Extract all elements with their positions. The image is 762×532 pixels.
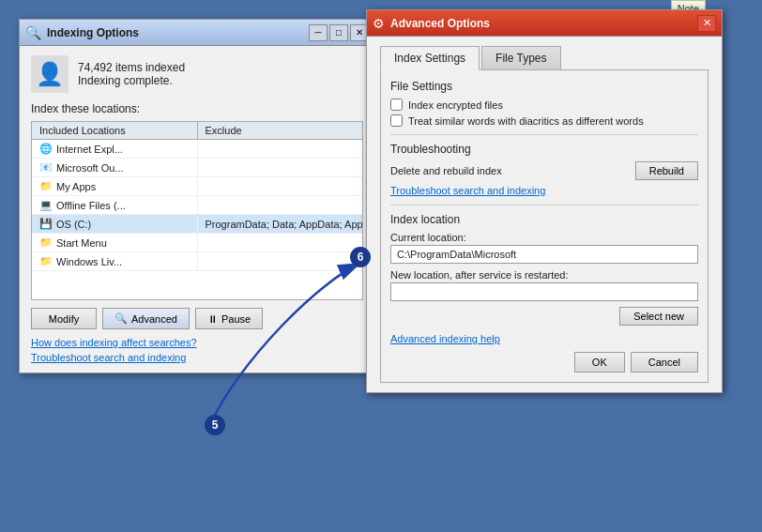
table-cell-name: 🌐Internet Expl...: [32, 140, 198, 158]
table-row[interactable]: 💻Offline Files (...: [32, 196, 362, 215]
status-section: 👤 74,492 items indexed Indexing complete…: [31, 55, 363, 93]
treat-similar-checkbox[interactable]: [390, 114, 403, 127]
troubleshoot-search-link[interactable]: Troubleshoot search and indexing: [390, 185, 545, 196]
table-cell-exclude: [198, 196, 363, 214]
treat-similar-row: Treat similar words with diacritics as d…: [390, 114, 698, 127]
indexing-icon: 🔍: [25, 25, 41, 40]
locations-table: Included Locations Exclude 🌐Internet Exp…: [31, 121, 363, 300]
pause-icon: ⏸: [207, 313, 218, 325]
index-location-label: Index location: [390, 213, 698, 226]
select-new-button[interactable]: Select new: [619, 307, 698, 326]
index-locations-label: Index these locations:: [31, 102, 363, 115]
table-cell-exclude: ProgramData; Data; AppData; AppData; ...: [198, 215, 363, 233]
table-header: Included Locations Exclude: [32, 122, 362, 140]
advanced-options-title: Advanced Options: [390, 17, 490, 30]
divider1: [390, 134, 698, 135]
ok-cancel-row: OK Cancel: [390, 352, 698, 372]
pause-button[interactable]: ⏸ Pause: [195, 308, 263, 329]
troubleshooting-label: Troubleshooting: [390, 143, 698, 156]
current-location-label: Current location:: [390, 232, 698, 243]
indexing-options-window: 🔍 Indexing Options ─ □ ✕ 👤 74,492 items …: [19, 19, 375, 373]
index-encrypted-checkbox[interactable]: [390, 99, 403, 111]
cancel-button[interactable]: Cancel: [631, 352, 698, 372]
tab-file-types[interactable]: File Types: [481, 46, 560, 69]
table-body[interactable]: 🌐Internet Expl... 📧Microsoft Ou... 📁My A…: [32, 140, 362, 299]
table-cell-name: 📁Windows Liv...: [32, 252, 198, 270]
table-cell-exclude: [198, 159, 363, 176]
table-row[interactable]: 📁Start Menu: [32, 234, 362, 252]
bottom-buttons: Modify 🔍 Advanced ⏸ Pause: [31, 308, 363, 329]
indexing-complete: Indexing complete.: [78, 74, 185, 87]
table-row[interactable]: 📧Microsoft Ou...: [32, 159, 362, 177]
delete-rebuild-label: Delete and rebuild index: [390, 165, 502, 176]
advanced-button[interactable]: 🔍 Advanced: [102, 308, 190, 329]
annotation-5: 5: [205, 415, 225, 435]
table-cell-exclude: [198, 177, 363, 195]
new-location-input[interactable]: [390, 282, 698, 301]
table-cell-name: 📁Start Menu: [32, 234, 198, 251]
titlebar-controls: ─ □ ✕: [309, 24, 369, 41]
maximize-button[interactable]: □: [329, 24, 348, 41]
links-section: How does indexing affect searches? Troub…: [31, 337, 363, 363]
tab-bar: Index Settings File Types: [380, 46, 709, 70]
table-cell-name: 💾OS (C:): [32, 215, 198, 233]
advanced-indexing-help-link[interactable]: Advanced indexing help: [390, 333, 698, 344]
table-row[interactable]: 📁Windows Liv...: [32, 252, 362, 271]
tab-content: File Settings Index encrypted files Trea…: [380, 70, 709, 383]
table-row-selected[interactable]: 💾OS (C:) ProgramData; Data; AppData; App…: [32, 215, 362, 234]
ok-button[interactable]: OK: [574, 352, 625, 372]
col-included: Included Locations: [32, 122, 198, 139]
new-location-label: New location, after service is restarted…: [390, 269, 698, 281]
index-encrypted-label: Index encrypted files: [408, 99, 503, 111]
how-does-link[interactable]: How does indexing affect searches?: [31, 337, 363, 348]
current-location-input[interactable]: [390, 245, 698, 264]
table-cell-name: 📁My Apps: [32, 177, 198, 195]
indexing-titlebar: 🔍 Indexing Options ─ □ ✕: [20, 20, 374, 46]
index-encrypted-row: Index encrypted files: [390, 99, 698, 111]
troubleshoot-section: Troubleshooting Delete and rebuild index…: [390, 143, 698, 197]
divider2: [390, 205, 698, 205]
table-row[interactable]: 📁My Apps: [32, 177, 362, 196]
indexing-content: 👤 74,492 items indexed Indexing complete…: [20, 46, 374, 372]
status-text: 74,492 items indexed Indexing complete.: [78, 61, 185, 87]
table-row[interactable]: 🌐Internet Expl...: [32, 140, 362, 159]
modify-button[interactable]: Modify: [31, 308, 97, 329]
advanced-icon: 🔍: [114, 312, 128, 325]
advanced-content: Index Settings File Types File Settings …: [367, 37, 722, 392]
table-cell-exclude: [198, 140, 363, 158]
advanced-close-button[interactable]: ✕: [697, 15, 716, 32]
advanced-titlebar: ⚙ Advanced Options ✕: [367, 10, 722, 37]
select-new-row: Select new: [390, 307, 698, 326]
indexing-title: Indexing Options: [47, 26, 139, 39]
index-location-section: Index location Current location: New loc…: [390, 213, 698, 326]
status-icon: 👤: [31, 55, 69, 93]
rebuild-row: Delete and rebuild index Rebuild: [390, 161, 698, 180]
minimize-button[interactable]: ─: [309, 24, 328, 41]
advanced-options-icon: ⚙: [373, 16, 385, 31]
col-exclude: Exclude: [198, 122, 363, 139]
table-cell-exclude: [198, 234, 363, 251]
tab-index-settings[interactable]: Index Settings: [380, 46, 480, 70]
table-cell-name: 📧Microsoft Ou...: [32, 159, 198, 176]
table-cell-name: 💻Offline Files (...: [32, 196, 198, 214]
annotation-6: 6: [350, 247, 371, 267]
items-indexed: 74,492 items indexed: [78, 61, 185, 74]
advanced-options-window: ⚙ Advanced Options ✕ Index Settings File…: [366, 9, 723, 393]
rebuild-button[interactable]: Rebuild: [635, 161, 698, 180]
treat-similar-label: Treat similar words with diacritics as d…: [408, 115, 644, 127]
troubleshoot-link-main[interactable]: Troubleshoot search and indexing: [31, 352, 363, 363]
titlebar-left: 🔍 Indexing Options: [25, 25, 139, 40]
file-settings-label: File Settings: [390, 80, 698, 93]
table-cell-exclude: [198, 252, 363, 270]
